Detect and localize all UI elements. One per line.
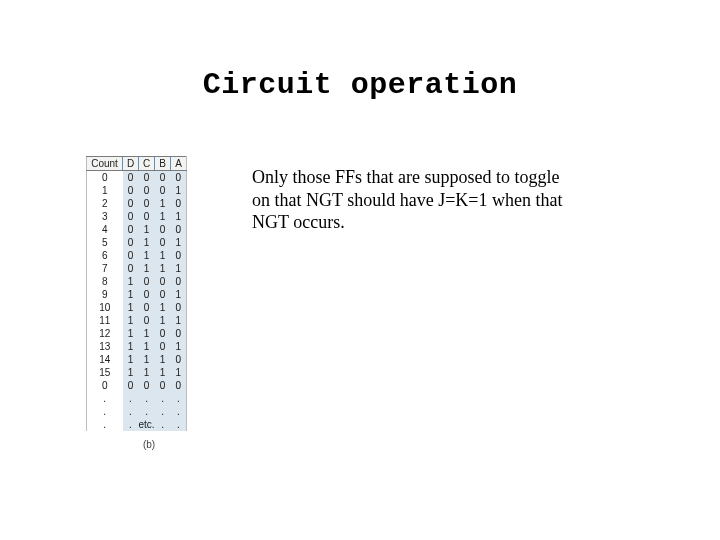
bit-cell: 1 [155,210,171,223]
bit-cell: 1 [171,262,187,275]
count-cell: 15 [87,366,123,379]
table-row: ..etc... [87,418,187,431]
bit-cell: 1 [123,288,139,301]
bit-cell: 0 [155,223,171,236]
col-header-c: C [139,157,155,171]
bit-cell: 0 [139,288,155,301]
table-row: 111011 [87,314,187,327]
count-cell: 0 [87,171,123,185]
bit-cell: 1 [139,353,155,366]
bit-cell: 0 [123,223,139,236]
truth-table-header-row: Count D C B A [87,157,187,171]
bit-cell: . [171,392,187,405]
table-row: 00000 [87,171,187,185]
count-cell: 3 [87,210,123,223]
bit-cell: . [155,405,171,418]
bit-cell: 1 [171,184,187,197]
table-row: 40100 [87,223,187,236]
bit-cell: . [123,405,139,418]
bit-cell: 1 [139,249,155,262]
bit-cell: 0 [123,184,139,197]
bit-cell: 0 [139,314,155,327]
table-row: 00000 [87,379,187,392]
bit-cell: 1 [155,353,171,366]
body-paragraph: Only those FFs that are supposed to togg… [252,166,572,234]
bit-cell: 0 [155,288,171,301]
bit-cell: 1 [123,275,139,288]
table-row: 30011 [87,210,187,223]
count-cell: 6 [87,249,123,262]
bit-cell: . [155,418,171,431]
bit-cell: 0 [123,236,139,249]
count-cell: 10 [87,301,123,314]
slide: Circuit operation Only those FFs that ar… [0,0,720,540]
bit-cell: 0 [155,236,171,249]
bit-cell: 1 [139,327,155,340]
bit-cell: 1 [139,223,155,236]
bit-cell: 1 [155,314,171,327]
bit-cell: 0 [123,262,139,275]
bit-cell: . [171,418,187,431]
table-row: 141110 [87,353,187,366]
bit-cell: 1 [123,340,139,353]
bit-cell: 0 [171,327,187,340]
count-cell: 13 [87,340,123,353]
count-cell: 14 [87,353,123,366]
bit-cell: 1 [139,340,155,353]
truth-table: Count D C B A 00000100012001030011401005… [86,156,187,431]
count-cell: 12 [87,327,123,340]
table-caption: (b) [86,439,212,450]
bit-cell: 1 [155,301,171,314]
bit-cell: 1 [171,288,187,301]
bit-cell: . [155,392,171,405]
bit-cell: 0 [155,171,171,185]
bit-cell: 0 [123,210,139,223]
bit-cell: 1 [155,366,171,379]
bit-cell: 1 [171,210,187,223]
bit-cell: 0 [171,197,187,210]
bit-cell: 0 [155,275,171,288]
bit-cell: 0 [139,197,155,210]
bit-cell: 1 [171,366,187,379]
table-row: ..... [87,392,187,405]
bit-cell: 1 [139,262,155,275]
bit-cell: 0 [139,275,155,288]
bit-cell: 1 [123,314,139,327]
col-header-d: D [123,157,139,171]
col-header-count: Count [87,157,123,171]
bit-cell: . [139,392,155,405]
bit-cell: . [123,418,139,431]
bit-cell: 0 [171,379,187,392]
count-cell: . [87,405,123,418]
bit-cell: 0 [155,327,171,340]
bit-cell: 1 [171,236,187,249]
bit-cell: 0 [139,210,155,223]
bit-cell: 0 [139,184,155,197]
bit-cell: 1 [171,340,187,353]
table-row: 60110 [87,249,187,262]
count-cell: . [87,418,123,431]
bit-cell: 1 [155,262,171,275]
bit-cell: 0 [155,340,171,353]
bit-cell: 1 [139,366,155,379]
bit-cell: 1 [155,249,171,262]
table-row: ..... [87,405,187,418]
bit-cell: 1 [171,314,187,327]
bit-cell: 0 [123,171,139,185]
table-row: 131101 [87,340,187,353]
count-cell: 2 [87,197,123,210]
bit-cell: 0 [171,249,187,262]
count-cell: . [87,392,123,405]
bit-cell: 1 [155,197,171,210]
count-cell: 11 [87,314,123,327]
slide-title: Circuit operation [0,68,720,102]
bit-cell: 0 [171,223,187,236]
bit-cell: etc. [139,418,155,431]
bit-cell: 1 [123,301,139,314]
bit-cell: 1 [123,327,139,340]
count-cell: 5 [87,236,123,249]
count-cell: 7 [87,262,123,275]
count-cell: 9 [87,288,123,301]
bit-cell: . [139,405,155,418]
truth-table-container: Count D C B A 00000100012001030011401005… [86,156,212,450]
